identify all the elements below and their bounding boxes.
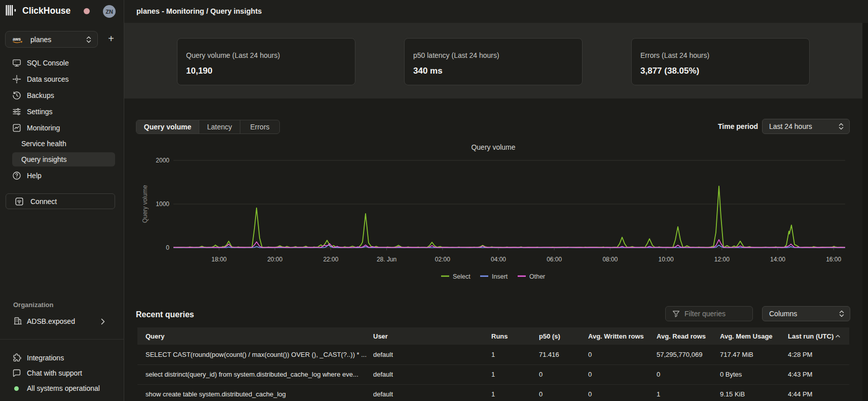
svg-text:12:00: 12:00: [714, 256, 730, 263]
svg-text:Query volume: Query volume: [141, 185, 149, 223]
svg-text:2000: 2000: [156, 157, 169, 164]
svg-text:Select: Select: [453, 273, 471, 280]
svg-text:28. Jun: 28. Jun: [377, 256, 396, 263]
svg-text:10:00: 10:00: [659, 256, 674, 263]
svg-text:20:00: 20:00: [267, 256, 282, 263]
svg-text:08:00: 08:00: [602, 256, 618, 263]
svg-text:14:00: 14:00: [770, 256, 785, 263]
svg-text:02:00: 02:00: [435, 256, 450, 263]
svg-text:18:00: 18:00: [211, 256, 227, 263]
svg-text:0: 0: [166, 244, 169, 251]
svg-text:16:00: 16:00: [826, 256, 841, 263]
svg-text:aws: aws: [13, 37, 21, 42]
svg-text:06:00: 06:00: [547, 256, 562, 263]
svg-text:Insert: Insert: [492, 273, 508, 280]
svg-text:Query volume: Query volume: [471, 143, 515, 151]
svg-text:Other: Other: [529, 273, 545, 280]
svg-text:1000: 1000: [156, 201, 169, 208]
svg-text:04:00: 04:00: [491, 256, 506, 263]
svg-text:22:00: 22:00: [323, 256, 338, 263]
